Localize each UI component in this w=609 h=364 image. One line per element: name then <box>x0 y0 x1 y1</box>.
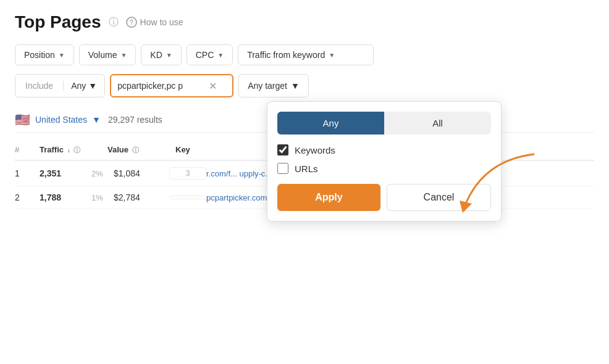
chevron-down-icon: ▼ <box>59 52 65 59</box>
header: Top Pages ⓘ ? How to use <box>15 12 594 32</box>
include-label: Include <box>15 81 64 91</box>
chevron-down-icon: ▼ <box>166 52 172 59</box>
include-any-btn[interactable]: Any ▼ <box>64 75 104 97</box>
keywords-checkbox-row: Keywords <box>277 144 491 155</box>
row-key: 3 <box>169 167 206 180</box>
urls-label: URLs <box>295 163 318 174</box>
apply-button[interactable]: Apply <box>277 184 380 211</box>
chevron-down-icon: ▼ <box>329 52 335 59</box>
col-info-traffic: ⓘ <box>74 146 80 154</box>
col-header-value: Value ⓘ <box>107 145 175 155</box>
row-num: 2 <box>15 192 40 202</box>
col-header-num: # <box>15 145 40 155</box>
keywords-checkbox[interactable] <box>277 144 288 155</box>
position-label: Position <box>24 50 55 60</box>
kd-label: KD <box>150 50 162 60</box>
keywords-label: Keywords <box>295 145 335 155</box>
action-row: Apply Cancel <box>277 184 491 211</box>
urls-checkbox-row: URLs <box>277 163 491 174</box>
flag-icon: 🇺🇸 <box>15 112 30 127</box>
results-count: 29,297 results <box>108 115 162 125</box>
search-input[interactable] <box>117 81 204 91</box>
page-container: Top Pages ⓘ ? How to use Position ▼ Volu… <box>0 0 609 221</box>
any-toggle-btn[interactable]: Any <box>277 112 384 134</box>
volume-label: Volume <box>88 50 117 60</box>
include-box: Include Any ▼ <box>15 74 105 97</box>
row-traffic: 1,788 <box>40 192 89 202</box>
country-selector[interactable]: 🇺🇸 United States ▼ <box>15 112 101 127</box>
traffic-keyword-label: Traffic from keyword <box>247 50 325 60</box>
country-label: United States <box>35 115 87 125</box>
row-value: $1,084 <box>114 168 169 178</box>
volume-filter-btn[interactable]: Volume ▼ <box>79 44 136 65</box>
position-filter-btn[interactable]: Position ▼ <box>15 44 74 65</box>
traffic-keyword-filter-btn[interactable]: Traffic from keyword ▼ <box>238 44 374 65</box>
col-info-value: ⓘ <box>132 146 139 154</box>
row-key <box>169 196 206 199</box>
clear-search-button[interactable]: ✕ <box>208 79 218 93</box>
chevron-down-icon: ▼ <box>88 81 97 91</box>
dropdown-popup: Any All Keywords URLs Apply Cancel <box>267 101 502 221</box>
chevron-down-icon: ▼ <box>291 81 300 91</box>
row-traffic-pct: 2% <box>91 169 114 178</box>
col-header-traffic: Traffic ↓ ⓘ <box>40 145 107 155</box>
row-value: $2,784 <box>114 192 169 202</box>
info-icon[interactable]: ⓘ <box>109 16 119 29</box>
help-icon: ? <box>126 17 137 28</box>
toggle-row: Any All <box>277 112 491 134</box>
cancel-button[interactable]: Cancel <box>387 184 491 211</box>
cpc-filter-btn[interactable]: CPC ▼ <box>187 44 233 65</box>
any-label: Any <box>71 81 86 91</box>
row-num: 1 <box>15 168 40 178</box>
sort-icon: ↓ <box>67 147 70 154</box>
search-input-box[interactable]: ✕ <box>110 74 233 97</box>
page-title: Top Pages <box>15 12 101 32</box>
col-header-key: Key <box>175 145 225 155</box>
filter-row: Position ▼ Volume ▼ KD ▼ CPC ▼ Traffic f… <box>15 44 594 65</box>
any-target-btn[interactable]: Any target ▼ <box>238 74 309 97</box>
chevron-down-icon: ▼ <box>120 52 127 59</box>
how-to-use-link[interactable]: ? How to use <box>126 17 183 28</box>
how-to-use-label: How to use <box>140 17 183 27</box>
chevron-down-icon: ▼ <box>217 52 224 59</box>
all-toggle-btn[interactable]: All <box>384 112 491 134</box>
row-traffic: 2,351 <box>40 168 89 178</box>
kd-filter-btn[interactable]: KD ▼ <box>141 44 181 65</box>
cpc-label: CPC <box>196 50 214 60</box>
urls-checkbox[interactable] <box>277 163 288 174</box>
search-row: Include Any ▼ ✕ Any target ▼ Any All Key… <box>15 74 594 97</box>
any-target-label: Any target <box>248 81 287 91</box>
chevron-down-icon: ▼ <box>92 115 101 125</box>
row-traffic-pct: 1% <box>91 193 114 202</box>
